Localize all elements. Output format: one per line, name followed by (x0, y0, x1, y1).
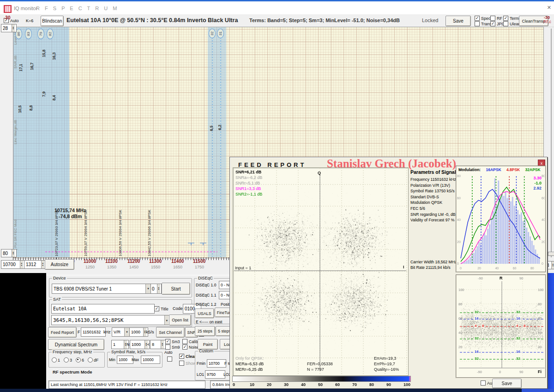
toolbar-cb-jpg[interactable]: ✓JPG (490, 21, 505, 26)
toolbar-cb-terms[interactable]: ✓Terms (503, 16, 521, 21)
svg-text:80: 80 (530, 267, 534, 270)
dynamical-spectrum-button[interactable]: Dynamical Spectrum (48, 339, 104, 350)
start-button[interactable]: Start (162, 283, 190, 295)
polarization-combo[interactable]: V/R▼ (112, 327, 131, 337)
q-axis-label: Q (318, 171, 321, 175)
phase-bottom-label: 0 (499, 370, 501, 374)
svg-text:0: 0 (457, 262, 459, 265)
top-limit-spinner[interactable]: 28▲▼ (1, 24, 17, 32)
step-6-radio[interactable]: 6 (76, 357, 84, 362)
snr-line: SNR1=3,3 dB (235, 186, 261, 191)
signal-param-extra: Carrier Width 18,562 MHz (410, 259, 456, 265)
phase-ring-label: 16 (516, 350, 521, 354)
step-3-radio[interactable]: 3 (64, 357, 72, 362)
svg-text:40: 40 (457, 218, 461, 221)
right-scrollbar-thumb[interactable] (548, 252, 554, 256)
feed-report-window: FEED REPORT Stanislav Grech (Jacobek) x … (229, 157, 548, 389)
terms-label: Terms: Band=5; Step=5; Sm=3; MinLevel= -… (249, 18, 400, 23)
max-field[interactable]: 10000 (141, 356, 160, 364)
fmin-spinner[interactable]: 10700▲▼ (1, 260, 25, 269)
feed-save-button[interactable]: Save (492, 379, 522, 388)
phase-top-label: -90 (478, 276, 483, 280)
toolbar-separator (501, 22, 502, 26)
phase-ring-label: 16 (516, 317, 521, 321)
span-spinner[interactable]: 1312▲▼ (24, 260, 46, 269)
blindscan-button[interactable]: Blindscan (41, 16, 64, 26)
diseqc11-label: DiSEqC 1.1 (196, 293, 216, 297)
quality-scale-tick: 10 (250, 382, 254, 387)
phase-r-label: R (500, 276, 503, 280)
svg-text:40: 40 (495, 267, 499, 270)
set-channel-button[interactable]: Set Channel (156, 327, 185, 338)
min-field[interactable]: 1000 (117, 356, 133, 364)
snr-line: SNRr=5,1 dB (235, 181, 260, 185)
sr-spinner[interactable]: 1000▲▼ (129, 327, 148, 337)
mode-label: RF spectrum Mode (53, 369, 92, 374)
custom-fmin-field[interactable]: 10700 (207, 359, 226, 368)
autosize-button[interactable]: Autosize (45, 259, 74, 270)
title-checkbox[interactable]: ✓Title (154, 306, 169, 311)
n-spinner[interactable]: 1000▲▼ (130, 340, 150, 349)
mer-line: MERa=6,53 dB (235, 362, 264, 366)
status-bar-search: Last searching at 11501,6MHz V/R 13V Fin… (48, 380, 205, 389)
toolbar: ✓Auto K=6 Blindscan Eutelsat 10A 10°0E @… (0, 14, 554, 27)
paint-button[interactable]: Paint (198, 339, 218, 350)
quality-scale-tick: 30 (284, 382, 289, 387)
modulation-chart: Modulation: 16APSK 4.8PSK 32APSK 0020204… (456, 166, 546, 273)
quality-gradient-bar (232, 376, 411, 382)
usals-button[interactable]: USALS (195, 309, 214, 318)
open-list-button[interactable]: Open list (169, 315, 191, 326)
diseqc12-label: DiSEqC 1.2 (196, 302, 216, 307)
sat-name-field[interactable]: Eutelsat 10A (51, 304, 155, 314)
close-icon[interactable]: ✕ (547, 5, 551, 11)
x-axis-label-if: 1450 (129, 265, 138, 269)
svg-text:80: 80 (542, 174, 545, 178)
quality-scale-tick: 60 (335, 382, 340, 387)
snr-line: SNR2=-1,1 dB (235, 192, 262, 196)
sr-auto-checkbox[interactable]: ✓ (167, 356, 172, 362)
signal-params-panel: Parametrs of Signal : Frequency 11501632… (410, 169, 456, 271)
svg-text:60: 60 (513, 267, 517, 270)
k-label: K=6 (26, 18, 33, 23)
snr-line: SNR=6,21 dB (235, 170, 261, 174)
depth-spinner[interactable]: 8▲▼ (150, 340, 166, 349)
doc-title: R F S P E C T R U M (36, 6, 119, 11)
step-1-radio[interactable]: 1 (52, 357, 60, 362)
phase-bottom-label: 90 (519, 370, 523, 374)
khz-label: kHz (103, 330, 111, 334)
channel-combo[interactable]: 3645,R,16130,56,S2;8PSK▼ (51, 315, 170, 325)
right-scrollbar[interactable] (551, 29, 552, 257)
bottom-limit-spinner[interactable]: 80▲▼ (1, 249, 17, 257)
steps25-button[interactable]: 25 steps (195, 326, 215, 336)
phase-left-label: 40 (458, 331, 462, 335)
signal-param-line: SNR regarding LM -0, dB (410, 212, 456, 218)
sm9-checkbox[interactable]: ✓Sm9 (165, 344, 180, 350)
quality-scale-tick: 0 (233, 382, 235, 387)
calibr-checkbox[interactable]: ✓Calibr (182, 339, 199, 344)
svg-text:20: 20 (542, 240, 545, 244)
phase-bottom-label: -90 (477, 370, 482, 374)
auto-checkbox[interactable]: ✓Auto (4, 18, 19, 23)
feed-report-button[interactable]: Feed Report (48, 327, 77, 338)
sm3-checkbox[interactable]: ✓Sm3 (165, 339, 180, 344)
screen: IQ monitor R F S P E C T R U M ✕ ✓Auto K… (0, 0, 554, 392)
save-spectrum-button[interactable]: Save (446, 16, 471, 26)
step-df-radio[interactable]: dF (88, 357, 99, 362)
phase-right-label: 40 (538, 331, 542, 335)
device-combo[interactable]: TBS 6908 DVBS/S2 Tuner 1▼ (52, 284, 152, 294)
device-index-spinner[interactable]: 0▲▼ (151, 284, 162, 294)
toolbar-cb-rf[interactable]: ✓RF (490, 16, 502, 21)
toolbar-cb-ulean[interactable]: ✓Ulean (503, 21, 521, 26)
rf-c-label: RF,c (543, 19, 551, 24)
kss-label: kS/s (146, 330, 154, 334)
phase-fi-label: Fi (538, 369, 542, 374)
noise-checkbox[interactable]: ✓Noise (182, 344, 199, 350)
err-line: ErrPh=19,7 (374, 362, 395, 366)
signal-param-line: FEC 5/6 (410, 206, 456, 212)
desktop-strip (548, 273, 554, 389)
lo1-field[interactable]: 9750 (205, 370, 225, 379)
frequency-field[interactable]: 11501632 (81, 327, 106, 337)
taskbar[interactable] (0, 389, 554, 392)
signal-param-extra: Bit Rate 21115,94 kb/s (410, 265, 456, 271)
phase-chart: 323216164848323216163232-90R901001008080… (456, 274, 546, 378)
